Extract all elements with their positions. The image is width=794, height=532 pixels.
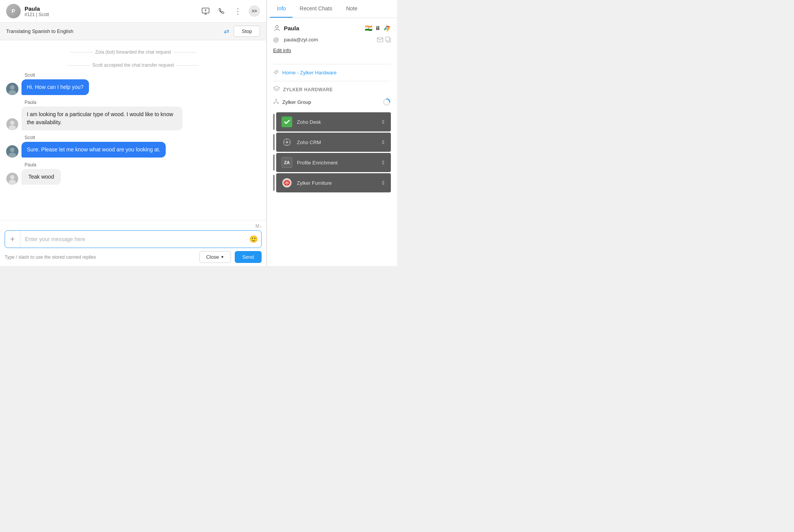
expand-zoho-crm-icon: ⇕ <box>381 139 385 145</box>
sender-name-paula-2: Paula <box>25 162 260 167</box>
svg-point-26 <box>278 102 279 103</box>
message-bubble-2: I am looking for a particular type of wo… <box>21 107 183 130</box>
contact-name: Paula <box>25 5 49 12</box>
integration-zylker-furniture[interactable]: Zylker Furniture ⇕ <box>276 173 391 192</box>
site-link[interactable]: Home - Zylker Hardware <box>282 70 337 76</box>
loading-arc <box>382 98 391 106</box>
integration-zoho-desk[interactable]: Zoho Desk ⇕ <box>276 112 391 131</box>
message-row-2: I am looking for a particular type of wo… <box>6 107 260 130</box>
swap-icon[interactable]: ⇄ <box>224 28 229 35</box>
system-message-2: Scott accepted the chat transfer request <box>6 62 260 68</box>
system-message-1: Zola (bot) forwarded the chat request <box>6 49 260 55</box>
chat-panel: P Paula #121 | Scott <box>0 0 267 266</box>
contact-flags: 🇮🇳 🖥 <box>365 24 391 32</box>
tab-info[interactable]: Info <box>270 0 293 18</box>
finder-icon: 🖥 <box>374 24 382 32</box>
svg-point-11 <box>10 148 15 152</box>
message-group-1: Scott Hi. How can I help you? <box>6 72 260 95</box>
email-icon: @ <box>273 36 281 43</box>
expand-button[interactable]: >> <box>249 5 260 17</box>
message-bubble-4: Teak wood <box>21 169 61 185</box>
svg-point-16 <box>276 26 278 28</box>
profile-enrichment-name: Profile Enrichment <box>297 160 376 166</box>
expand-zylker-furniture-icon: ⇕ <box>381 180 385 186</box>
customer-avatar-2 <box>6 172 18 185</box>
chrome-icon <box>383 24 391 32</box>
sender-name-scott-1: Scott <box>25 72 260 78</box>
edit-info-link[interactable]: Edit info <box>273 48 291 53</box>
zylker-furniture-logo <box>282 177 292 188</box>
message-bubble-3: Sure. Please let me know what wood are y… <box>21 142 166 158</box>
header-icons: ⋮ >> <box>200 5 260 17</box>
group-row: Zylker Group <box>273 96 391 108</box>
group-name: Zylker Group <box>282 99 379 105</box>
agent-avatar-1 <box>6 83 18 95</box>
contact-name-row: Paula 🇮🇳 🖥 <box>273 24 391 32</box>
svg-point-5 <box>10 85 15 90</box>
canned-replies-hint: Type / slash to use the stored canned re… <box>5 255 96 260</box>
chat-header: P Paula #121 | Scott <box>0 0 266 23</box>
svg-line-29 <box>276 102 278 103</box>
tab-note[interactable]: Note <box>339 0 364 18</box>
send-email-button[interactable] <box>377 37 383 43</box>
messages-area: Zola (bot) forwarded the chat request Sc… <box>0 40 266 220</box>
link-row: Home - Zylker Hardware <box>273 69 391 76</box>
drag-handle-2[interactable] <box>273 134 275 150</box>
layers-icon <box>273 86 280 93</box>
expand-profile-enrichment-icon: ⇕ <box>381 159 385 166</box>
contact-meta: #121 | Scott <box>25 12 49 17</box>
message-group-3: Scott Sure. Please let me know what wood… <box>6 135 260 158</box>
person-icon <box>273 25 281 31</box>
sender-name-scott-2: Scott <box>25 135 260 140</box>
more-options-icon[interactable]: ⋮ <box>232 6 243 16</box>
integration-card-wrap-4: Zylker Furniture ⇕ <box>273 173 391 192</box>
zylker-furniture-name: Zylker Furniture <box>297 180 376 186</box>
link-icon <box>273 69 279 76</box>
customer-avatar-1 <box>6 118 18 130</box>
svg-line-28 <box>274 102 276 103</box>
zoho-crm-logo <box>282 137 292 148</box>
contact-display-name: Paula <box>284 25 362 31</box>
info-panel: Info Recent Chats Note Paula 🇮🇳 🖥 <box>267 0 397 266</box>
drag-handle-4[interactable] <box>273 175 275 191</box>
svg-point-33 <box>286 141 288 143</box>
integration-cards: Zoho Desk ⇕ <box>273 112 391 192</box>
svg-point-25 <box>274 102 275 103</box>
company-section: ZYLKER HARDWARE Zylker Group <box>273 86 391 108</box>
message-group-4: Paula Teak wood <box>6 162 260 185</box>
integration-profile-enrichment[interactable]: ZA Profile Enrichment ⇕ <box>276 153 391 172</box>
message-group-2: Paula I am looking for a particular type… <box>6 100 260 130</box>
drag-handle-1[interactable] <box>273 114 275 130</box>
stop-button[interactable]: Stop <box>234 26 260 37</box>
svg-point-20 <box>386 27 388 29</box>
integration-zoho-crm[interactable]: Zoho CRM ⇕ <box>276 133 391 152</box>
emoji-button[interactable]: 🙂 <box>246 231 261 248</box>
input-area: M↓ + 🙂 Type / slash to use the stored ca… <box>0 220 266 266</box>
svg-point-24 <box>276 99 277 100</box>
email-address: paula@zyl.com <box>284 37 374 43</box>
company-name: ZYLKER HARDWARE <box>283 87 333 92</box>
close-button[interactable]: Close ▼ <box>199 251 231 263</box>
screen-share-icon[interactable] <box>200 6 211 16</box>
india-flag: 🇮🇳 <box>365 25 372 32</box>
message-row-4: Teak wood <box>6 169 260 185</box>
phone-icon[interactable] <box>216 6 227 16</box>
copy-email-button[interactable] <box>385 37 391 43</box>
input-bottom: Type / slash to use the stored canned re… <box>5 248 262 263</box>
markdown-hint: M↓ <box>5 223 262 230</box>
svg-point-15 <box>9 180 16 185</box>
zoho-desk-name: Zoho Desk <box>297 119 376 125</box>
add-attachment-button[interactable]: + <box>5 231 20 248</box>
divider-2 <box>273 81 391 81</box>
svg-point-9 <box>9 125 16 130</box>
email-actions <box>377 37 391 43</box>
sender-name-paula-1: Paula <box>25 100 260 105</box>
expand-zoho-desk-icon: ⇕ <box>381 119 385 125</box>
drag-handle-3[interactable] <box>273 154 275 171</box>
message-input[interactable] <box>20 232 246 246</box>
company-row: ZYLKER HARDWARE <box>273 86 391 93</box>
tab-recent-chats[interactable]: Recent Chats <box>293 0 339 18</box>
translation-bar: Translating Spanish to English ⇄ Stop <box>0 23 266 40</box>
message-row-1: Hi. How can I help you? <box>6 79 260 95</box>
send-button[interactable]: Send <box>235 251 262 263</box>
